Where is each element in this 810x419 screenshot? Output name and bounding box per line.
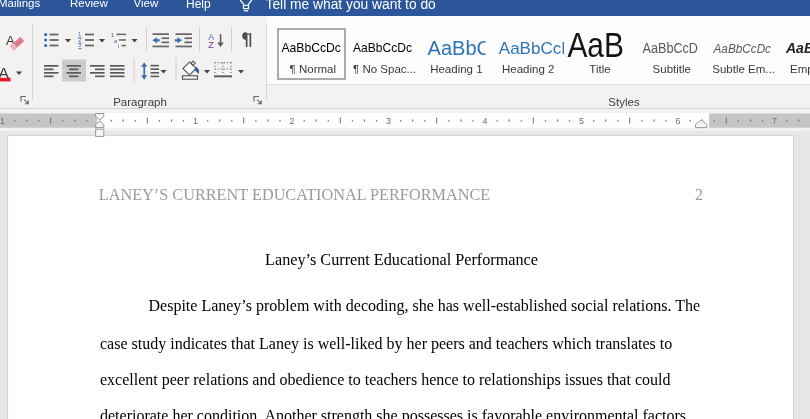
- svg-text:Emp...: Emp...: [790, 63, 810, 75]
- svg-text:AaBbCc: AaBbCc: [428, 37, 501, 59]
- svg-text:Subtitle: Subtitle: [653, 63, 691, 75]
- svg-text:AaBbCcD: AaBbCcD: [643, 40, 699, 56]
- svg-text:AaBbCcDc: AaBbCcDc: [281, 40, 341, 55]
- svg-text:Subtle Em...: Subtle Em...: [712, 63, 775, 75]
- svg-text:4: 4: [482, 116, 487, 126]
- svg-text:1: 1: [193, 116, 198, 126]
- svg-text:Z: Z: [208, 40, 214, 50]
- svg-text:1: 1: [0, 116, 5, 126]
- svg-text:Heading 2: Heading 2: [502, 63, 554, 75]
- svg-text:Heading 1: Heading 1: [430, 63, 482, 75]
- svg-text:AaBbCcDc: AaBbCcDc: [353, 40, 412, 55]
- svg-text:AaBbCcDc: AaBbCcDc: [713, 41, 772, 56]
- svg-text:7: 7: [772, 116, 777, 126]
- svg-text:3: 3: [386, 116, 391, 126]
- svg-text:6: 6: [675, 116, 680, 126]
- svg-text:5: 5: [579, 116, 584, 126]
- svg-text:3: 3: [78, 42, 81, 48]
- svg-text:2: 2: [289, 116, 294, 126]
- svg-text:¶ Normal: ¶ Normal: [290, 63, 336, 75]
- svg-text:AaB: AaB: [785, 40, 810, 56]
- svg-text:Title: Title: [589, 63, 610, 75]
- svg-text:¶ No Spac...: ¶ No Spac...: [353, 63, 416, 75]
- svg-text:i: i: [118, 43, 119, 49]
- svg-text:AaB: AaB: [567, 25, 624, 64]
